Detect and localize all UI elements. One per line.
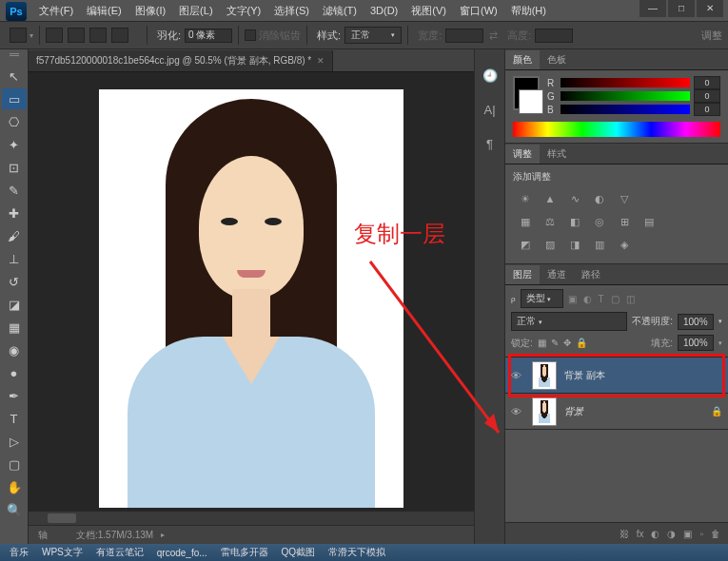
bw-icon[interactable]: ◧ — [566, 216, 583, 231]
lock-trans-icon[interactable]: ▦ — [538, 338, 546, 348]
taskbar-item[interactable]: WPS文字 — [42, 546, 83, 559]
menu-layer[interactable]: 图层(L) — [172, 4, 219, 18]
wand-tool[interactable]: ✦ — [2, 134, 27, 155]
balance-icon[interactable]: ⚖ — [541, 216, 559, 231]
blur-tool[interactable]: ◉ — [2, 339, 27, 360]
menu-file[interactable]: 文件(F) — [32, 4, 80, 18]
close-button[interactable]: ✕ — [697, 0, 723, 17]
posterize-icon[interactable]: ▨ — [541, 239, 559, 254]
fill-value[interactable]: 100% — [678, 335, 714, 351]
stamp-tool[interactable]: ⊥ — [2, 248, 27, 269]
tab-layers[interactable]: 图层 — [505, 265, 540, 284]
filter-shape-icon[interactable]: ▢ — [611, 294, 620, 304]
layer-thumbnail[interactable] — [532, 361, 557, 390]
channel-mixer-icon[interactable]: ⊞ — [616, 216, 633, 231]
eraser-tool[interactable]: ◪ — [2, 294, 27, 315]
heal-tool[interactable]: ✚ — [2, 203, 27, 223]
sel-int-icon[interactable] — [111, 28, 128, 43]
document-tab[interactable]: f577db5120000018c1be564cc.jpg @ 50.5% (背… — [29, 50, 333, 71]
lock-pos-icon[interactable]: ✥ — [563, 338, 571, 348]
visibility-icon[interactable]: 👁 — [511, 370, 524, 381]
exposure-icon[interactable]: ◐ — [591, 193, 608, 208]
horizontal-scrollbar[interactable] — [29, 512, 474, 525]
layer-name[interactable]: 背景 — [564, 405, 703, 418]
tab-paths[interactable]: 路径 — [574, 265, 608, 284]
opacity-value[interactable]: 100% — [678, 314, 714, 330]
menu-image[interactable]: 图像(I) — [128, 4, 172, 18]
levels-icon[interactable]: ▲ — [541, 193, 559, 208]
dodge-tool[interactable]: ● — [2, 362, 27, 383]
taskbar-item[interactable]: 常滑天下模拟 — [328, 546, 385, 559]
history-brush-tool[interactable]: ↺ — [2, 271, 27, 292]
g-slider[interactable] — [561, 91, 690, 101]
filter-pixel-icon[interactable]: ▣ — [568, 294, 577, 304]
maximize-button[interactable]: □ — [668, 0, 695, 17]
menu-type[interactable]: 文字(Y) — [220, 4, 268, 18]
sel-sub-icon[interactable] — [89, 28, 107, 43]
link-layers-icon[interactable]: ⛓ — [620, 529, 629, 539]
brightness-icon[interactable]: ☀ — [517, 193, 534, 208]
type-tool[interactable]: T — [2, 408, 27, 429]
selective-color-icon[interactable]: ◈ — [616, 239, 633, 254]
b-slider[interactable] — [561, 105, 690, 114]
tab-adjustments[interactable]: 调整 — [505, 145, 540, 164]
hand-tool[interactable]: ✋ — [2, 476, 27, 497]
new-layer-icon[interactable]: ▫ — [699, 529, 703, 539]
invert-icon[interactable]: ◩ — [517, 239, 534, 254]
lock-all-icon[interactable]: 🔒 — [576, 338, 587, 348]
character-panel-icon[interactable]: A| — [482, 103, 499, 118]
blend-mode-dropdown[interactable]: 正常 ▾ — [511, 312, 627, 331]
shape-tool[interactable]: ▢ — [2, 454, 27, 474]
sel-add-icon[interactable] — [68, 28, 85, 43]
menu-help[interactable]: 帮助(H) — [504, 4, 553, 18]
tab-channels[interactable]: 通道 — [540, 265, 574, 284]
menu-select[interactable]: 选择(S) — [267, 4, 316, 18]
group-icon[interactable]: ▣ — [683, 529, 692, 539]
lut-icon[interactable]: ▤ — [640, 216, 658, 231]
minimize-button[interactable]: — — [639, 0, 666, 17]
tab-styles[interactable]: 样式 — [540, 145, 574, 164]
curves-icon[interactable]: ∿ — [566, 193, 583, 208]
vibrance-icon[interactable]: ▽ — [616, 193, 633, 208]
canvas-viewport[interactable] — [29, 72, 474, 544]
lock-pixel-icon[interactable]: ✎ — [551, 338, 559, 348]
zoom-tool[interactable]: 🔍 — [2, 499, 27, 520]
layer-row[interactable]: 👁 背景 副本 — [505, 358, 728, 394]
path-select-tool[interactable]: ▷ — [2, 431, 27, 452]
color-spectrum[interactable] — [513, 122, 720, 137]
tool-preset-icon[interactable] — [10, 28, 27, 43]
layer-filter-dropdown[interactable]: 类型 ▾ — [521, 289, 563, 308]
filter-smart-icon[interactable]: ◫ — [626, 294, 635, 304]
g-value[interactable]: 0 — [694, 89, 720, 103]
b-value[interactable]: 0 — [694, 103, 720, 116]
move-tool[interactable]: ↖ — [2, 66, 27, 87]
menu-filter[interactable]: 滤镜(T) — [316, 4, 364, 18]
mask-icon[interactable]: ◐ — [651, 529, 659, 539]
threshold-icon[interactable]: ◨ — [566, 239, 583, 254]
photo-filter-icon[interactable]: ◎ — [591, 216, 608, 231]
menu-3d[interactable]: 3D(D) — [364, 5, 404, 16]
style-dropdown[interactable]: 正常▾ — [344, 27, 402, 44]
adjust-edge-button[interactable]: 调整 — [701, 29, 728, 43]
visibility-icon[interactable]: 👁 — [511, 406, 524, 417]
menu-window[interactable]: 窗口(W) — [453, 4, 504, 18]
gradient-map-icon[interactable]: ▥ — [591, 239, 608, 254]
filter-type-icon[interactable]: T — [599, 294, 604, 304]
menu-edit[interactable]: 编辑(E) — [80, 4, 128, 18]
taskbar-item[interactable]: 有道云笔记 — [96, 546, 144, 559]
lasso-tool[interactable]: ⎔ — [2, 111, 27, 132]
r-slider[interactable] — [561, 78, 690, 87]
sel-new-icon[interactable] — [46, 28, 63, 43]
filter-adjust-icon[interactable]: ◐ — [583, 294, 592, 304]
tab-color[interactable]: 颜色 — [505, 50, 540, 69]
gradient-tool[interactable]: ▦ — [2, 317, 27, 338]
fg-bg-swatch[interactable] — [513, 76, 540, 110]
layer-name[interactable]: 背景 副本 — [564, 369, 722, 382]
eyedropper-tool[interactable]: ✎ — [2, 180, 27, 201]
taskbar-item[interactable]: 雷电多开器 — [221, 546, 268, 559]
layer-row[interactable]: 👁 背景 🔒 — [505, 394, 728, 430]
tab-swatches[interactable]: 色板 — [540, 50, 574, 69]
fill-layer-icon[interactable]: ◑ — [667, 529, 676, 539]
trash-icon[interactable]: 🗑 — [711, 529, 720, 539]
feather-input[interactable] — [185, 29, 232, 43]
